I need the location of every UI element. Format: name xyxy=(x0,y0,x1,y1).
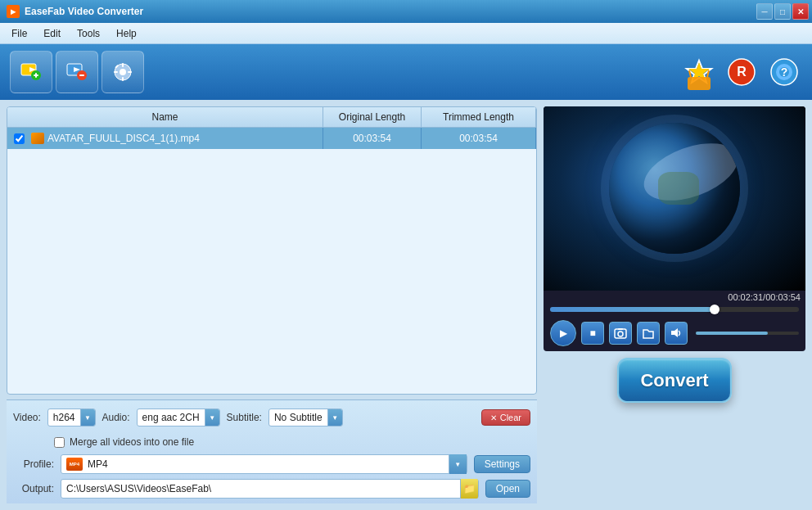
subtitle-label: Subtitle: xyxy=(227,412,262,423)
controls-row: Video: h264 ▼ Audio: eng aac 2CH ▼ Subti… xyxy=(13,405,530,430)
app-icon: ▶ xyxy=(7,5,20,18)
profile-row: Profile: MP4 MP4 ▼ Settings xyxy=(13,454,530,474)
svg-rect-4 xyxy=(35,73,37,78)
audio-select[interactable]: eng aac 2CH ▼ xyxy=(137,408,220,427)
svg-point-28 xyxy=(618,332,623,336)
earth-land xyxy=(658,172,699,205)
bottom-section: Video: h264 ▼ Audio: eng aac 2CH ▼ Subti… xyxy=(7,399,537,503)
close-button[interactable]: ✕ xyxy=(792,3,809,20)
volume-bar[interactable] xyxy=(696,332,799,335)
menu-edit[interactable]: Edit xyxy=(35,25,69,42)
svg-rect-29 xyxy=(618,328,623,330)
file-list-header: Name Original Length Trimmed Length xyxy=(7,107,536,128)
svg-rect-13 xyxy=(114,71,118,73)
mp4-icon: MP4 xyxy=(66,458,83,471)
table-row[interactable]: AVATAR_FUULL_DISC4_1(1).mp4 00:03:54 00:… xyxy=(7,128,536,149)
svg-rect-14 xyxy=(128,71,132,73)
menu-tools[interactable]: Tools xyxy=(69,25,108,42)
merge-label: Merge all videos into one file xyxy=(70,436,194,448)
profile-label: Profile: xyxy=(13,458,54,470)
profile-select[interactable]: MP4 MP4 ▼ xyxy=(61,454,467,474)
audio-label: Audio: xyxy=(102,412,130,423)
time-current: 00:02:31 xyxy=(728,292,763,302)
file-row-name: AVATAR_FUULL_DISC4_1(1).mp4 xyxy=(7,128,323,149)
volume-fill xyxy=(696,332,768,335)
output-path: C:\Users\ASUS\Videos\EaseFab\ xyxy=(61,483,460,494)
file-trim-length: 00:03:54 xyxy=(422,128,536,149)
audio-select-arrow[interactable]: ▼ xyxy=(205,408,219,427)
profile-select-arrow[interactable]: ▼ xyxy=(449,454,467,474)
profile-value: MP4 xyxy=(88,458,449,470)
seek-fill xyxy=(550,307,715,312)
folder-icon[interactable]: 📁 xyxy=(460,479,478,499)
menu-help[interactable]: Help xyxy=(108,25,145,42)
folder-open-button[interactable] xyxy=(637,322,660,345)
screenshot-button[interactable] xyxy=(609,322,632,345)
svg-text:?: ? xyxy=(781,65,788,79)
svg-rect-18 xyxy=(688,77,710,90)
svg-point-10 xyxy=(120,69,126,75)
settings-toolbar-button[interactable] xyxy=(102,51,144,93)
svg-rect-12 xyxy=(122,77,124,81)
video-select[interactable]: h264 ▼ xyxy=(47,408,96,427)
main-area: Name Original Length Trimmed Length AVAT… xyxy=(0,100,812,510)
file-type-icon xyxy=(31,133,44,144)
svg-text:R: R xyxy=(737,65,747,79)
subtitle-select-arrow[interactable]: ▼ xyxy=(327,408,342,427)
menu-file[interactable]: File xyxy=(3,25,35,42)
svg-marker-30 xyxy=(671,328,678,337)
merge-row: Merge all videos into one file xyxy=(13,435,530,449)
col-header-orig: Original Length xyxy=(323,107,422,127)
preview-time: 00:02:31/00:03:54 xyxy=(544,291,805,304)
seek-thumb[interactable] xyxy=(710,305,720,314)
buy-button[interactable] xyxy=(681,54,717,90)
left-panel: Name Original Length Trimmed Length AVAT… xyxy=(7,106,537,503)
clear-button[interactable]: Clear xyxy=(481,409,530,426)
right-panel: 00:02:31/00:03:54 ▶ ■ xyxy=(544,106,805,503)
output-label: Output: xyxy=(13,483,54,494)
output-path-field[interactable]: C:\Users\ASUS\Videos\EaseFab\ 📁 xyxy=(61,479,479,499)
col-header-trim: Trimmed Length xyxy=(422,107,536,127)
minimize-button[interactable]: ─ xyxy=(756,3,773,20)
play-button[interactable]: ▶ xyxy=(550,320,576,346)
stop-button[interactable]: ■ xyxy=(581,322,604,345)
file-list-body: AVATAR_FUULL_DISC4_1(1).mp4 00:03:54 00:… xyxy=(7,128,536,149)
file-name: AVATAR_FUULL_DISC4_1(1).mp4 xyxy=(47,133,200,144)
output-row: Output: C:\Users\ASUS\Videos\EaseFab\ 📁 … xyxy=(13,479,530,499)
subtitle-value: No Subtitle xyxy=(269,412,327,423)
add-video-button[interactable] xyxy=(10,51,52,93)
menu-bar: File Edit Tools Help xyxy=(0,23,812,44)
seek-bar[interactable] xyxy=(550,307,799,312)
video-value: h264 xyxy=(48,412,80,423)
svg-rect-8 xyxy=(79,74,84,76)
time-total: 00:03:54 xyxy=(765,292,801,302)
maximize-button[interactable]: □ xyxy=(774,3,791,20)
svg-rect-11 xyxy=(122,63,124,67)
video-label: Video: xyxy=(13,412,41,423)
merge-checkbox[interactable] xyxy=(54,437,65,448)
help-button[interactable]: ? xyxy=(766,54,802,90)
register-button[interactable]: R xyxy=(724,54,760,90)
toolbar-right: R ? xyxy=(681,54,802,90)
window-controls: ─ □ ✕ xyxy=(756,3,809,20)
earth-globe xyxy=(609,123,740,254)
video-select-arrow[interactable]: ▼ xyxy=(80,408,95,427)
toolbar: R ? xyxy=(0,44,812,100)
volume-button[interactable] xyxy=(665,322,688,345)
open-button[interactable]: Open xyxy=(485,480,530,498)
file-checkbox[interactable] xyxy=(14,133,25,144)
settings-button[interactable]: Settings xyxy=(474,455,530,473)
file-orig-length: 00:03:54 xyxy=(323,128,422,149)
video-preview xyxy=(544,106,805,291)
col-header-name: Name xyxy=(7,107,323,127)
subtitle-select[interactable]: No Subtitle ▼ xyxy=(268,408,343,427)
app-title: EaseFab Video Converter xyxy=(25,6,143,17)
edit-video-button[interactable] xyxy=(56,51,98,93)
player-controls: ▶ ■ xyxy=(544,315,805,351)
file-list: Name Original Length Trimmed Length AVAT… xyxy=(7,106,537,395)
convert-button[interactable]: Convert xyxy=(617,358,732,403)
seek-bar-container[interactable] xyxy=(544,304,805,315)
audio-value: eng aac 2CH xyxy=(138,412,205,423)
preview-image xyxy=(544,106,805,291)
title-bar: ▶ EaseFab Video Converter ─ □ ✕ xyxy=(0,0,812,23)
